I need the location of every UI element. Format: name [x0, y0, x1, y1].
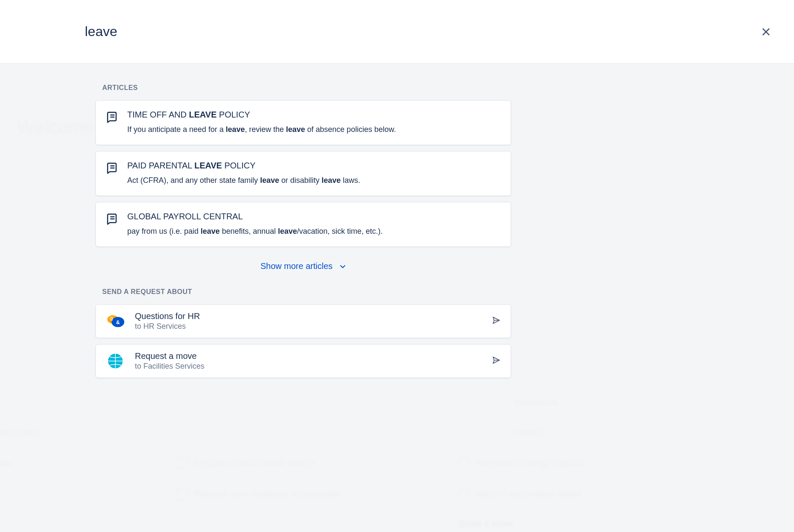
request-title: Request a move [135, 351, 482, 361]
request-destination: to HR Services [135, 322, 482, 331]
article-card[interactable]: TIME OFF AND LEAVE POLICYIf you anticipa… [95, 100, 511, 145]
svg-text:Q: Q [110, 316, 113, 321]
document-icon [106, 162, 119, 174]
chat-bubbles-icon: & Q [106, 312, 125, 330]
results-container: ARTICLES TIME OFF AND LEAVE POLICYIf you… [0, 64, 794, 378]
article-title: GLOBAL PAYROLL CENTRAL [127, 212, 500, 221]
request-card[interactable]: & Q Questions for HRto HR Services [95, 304, 511, 338]
request-destination: to Facilities Services [135, 362, 482, 371]
globe-icon [106, 352, 125, 370]
document-icon [106, 213, 119, 225]
article-title: TIME OFF AND LEAVE POLICY [127, 110, 500, 120]
article-snippet: Act (CFRA), and any other state family l… [127, 175, 500, 186]
request-title: Questions for HR [135, 311, 482, 321]
articles-heading: ARTICLES [95, 84, 511, 92]
document-icon [106, 111, 119, 123]
article-snippet: If you anticipate a need for a leave, re… [127, 124, 500, 135]
article-card[interactable]: GLOBAL PAYROLL CENTRALpay from us (i.e. … [95, 202, 511, 247]
close-icon [761, 27, 771, 37]
article-snippet: pay from us (i.e. paid leave benefits, a… [127, 226, 500, 237]
requests-heading: SEND A REQUEST ABOUT [95, 288, 511, 296]
search-input[interactable] [85, 24, 709, 39]
show-more-label: Show more articles [260, 261, 333, 271]
send-icon [492, 356, 500, 366]
article-card[interactable]: PAID PARENTAL LEAVE POLICYAct (CFRA), an… [95, 151, 511, 196]
article-title: PAID PARENTAL LEAVE POLICY [127, 161, 500, 171]
svg-text:&: & [116, 319, 120, 325]
show-more-articles[interactable]: Show more articles [95, 253, 511, 288]
close-button[interactable] [759, 25, 773, 39]
chevron-down-icon [339, 263, 346, 270]
search-header [0, 0, 794, 64]
request-card[interactable]: Request a moveto Facilities Services [95, 344, 511, 378]
send-icon [492, 316, 500, 326]
